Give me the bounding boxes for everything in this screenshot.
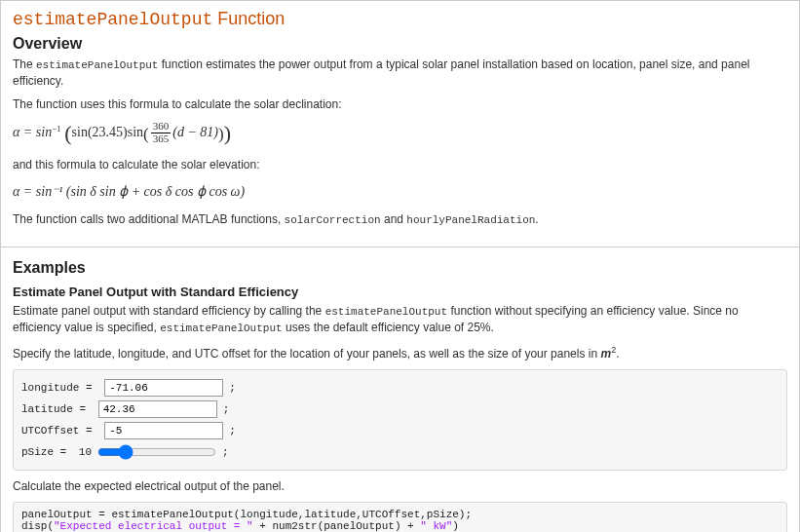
- code-line-1: panelOutput = estimatePanelOutput(longit…: [21, 509, 779, 520]
- psize-slider-wrap: [97, 443, 216, 461]
- examples-heading: Examples: [13, 259, 787, 277]
- row-latitude: latitude = ;: [21, 399, 779, 419]
- psize-label: pSize =: [21, 446, 73, 458]
- f1-lhs: α = sin: [13, 125, 52, 139]
- code-inline: hourlyPanelRadiation: [406, 214, 535, 226]
- overview-panel: estimatePanelOutput Function Overview Th…: [0, 0, 800, 247]
- code-inline: estimatePanelOutput: [160, 323, 282, 334]
- text: Specify the latitude, longitude, and UTC…: [13, 347, 600, 361]
- title-code: estimatePanelOutput: [13, 10, 212, 29]
- row-psize: pSize = 10 ;: [21, 442, 779, 462]
- formula-declination: α = sin−1 (sin(23.45)sin(360365(d − 81))…: [13, 122, 787, 145]
- title-word: Function: [212, 9, 285, 28]
- overview-p4: The function calls two additional MATLAB…: [13, 211, 787, 228]
- code-block-inputs: longitude = ; latitude = ; UTCOffset = ;…: [13, 369, 787, 471]
- row-longitude: longitude = ;: [21, 378, 779, 398]
- text: and: [381, 212, 407, 226]
- f1-after-frac: (d − 81): [172, 125, 218, 139]
- page-title: estimatePanelOutput Function: [13, 9, 787, 29]
- text: The function calls two additional MATLAB…: [13, 212, 285, 226]
- utcoffset-input[interactable]: [104, 422, 223, 439]
- text: .: [535, 212, 538, 226]
- semicolon: ;: [229, 425, 236, 437]
- latitude-input[interactable]: [98, 400, 217, 418]
- f1-den: 365: [151, 133, 171, 145]
- overview-p3: and this formula to calculate the solar …: [13, 157, 787, 172]
- longitude-input[interactable]: [104, 379, 223, 397]
- semicolon: ;: [229, 382, 236, 394]
- code-block-calc: panelOutput = estimatePanelOutput(longit…: [13, 502, 787, 532]
- code-line-2: disp("Expected electrical output = " + n…: [21, 520, 779, 532]
- text: Estimate panel output with standard effi…: [13, 304, 325, 318]
- unit-m: m: [600, 347, 611, 361]
- overview-p1: The estimatePanelOutput function estimat…: [13, 57, 787, 89]
- overview-p2: The function uses this formula to calcul…: [13, 96, 787, 112]
- latitude-label: latitude =: [21, 403, 93, 415]
- psize-slider[interactable]: [97, 443, 216, 461]
- semicolon: ;: [222, 446, 229, 458]
- f1-open2: (: [143, 125, 149, 143]
- code-inline: estimatePanelOutput: [325, 306, 447, 318]
- psize-value: 10: [79, 446, 92, 458]
- f1-sup: −1: [52, 124, 61, 133]
- utcoffset-label: UTCOffset =: [21, 425, 98, 437]
- f1-num: 360: [151, 121, 171, 133]
- overview-heading: Overview: [13, 35, 787, 53]
- text: ): [452, 520, 459, 532]
- f1-sin1: sin(23.45)sin: [72, 125, 144, 139]
- example-p1: Estimate panel output with standard effi…: [13, 303, 787, 336]
- text: .: [616, 347, 619, 361]
- code-inline: estimatePanelOutput: [36, 59, 158, 71]
- semicolon: ;: [223, 403, 230, 415]
- examples-panel: Examples Estimate Panel Output with Stan…: [0, 247, 800, 532]
- f1-close1: ): [224, 121, 231, 145]
- text: disp(: [21, 520, 54, 532]
- example-p3: Calculate the expected electrical output…: [13, 478, 787, 494]
- formula-elevation: α = sin⁻¹ (sin δ sin ϕ + cos δ cos ϕ cos…: [13, 183, 787, 200]
- row-utcoffset: UTCOffset = ;: [21, 421, 779, 440]
- text: uses the default efficiency value of 25%…: [283, 321, 494, 334]
- text: The: [13, 57, 36, 71]
- f1-frac: 360365: [151, 121, 171, 144]
- string-literal: " kW": [420, 520, 452, 532]
- string-literal: "Expected electrical output = ": [54, 520, 253, 532]
- code-inline: solarCorrection: [285, 214, 381, 226]
- text: + num2str(panelOutput) +: [253, 520, 421, 532]
- longitude-label: longitude =: [21, 382, 98, 394]
- f1-open1: (: [64, 121, 71, 145]
- example-subheading: Estimate Panel Output with Standard Effi…: [13, 285, 787, 299]
- example-p2: Specify the latitude, longitude, and UTC…: [13, 344, 787, 361]
